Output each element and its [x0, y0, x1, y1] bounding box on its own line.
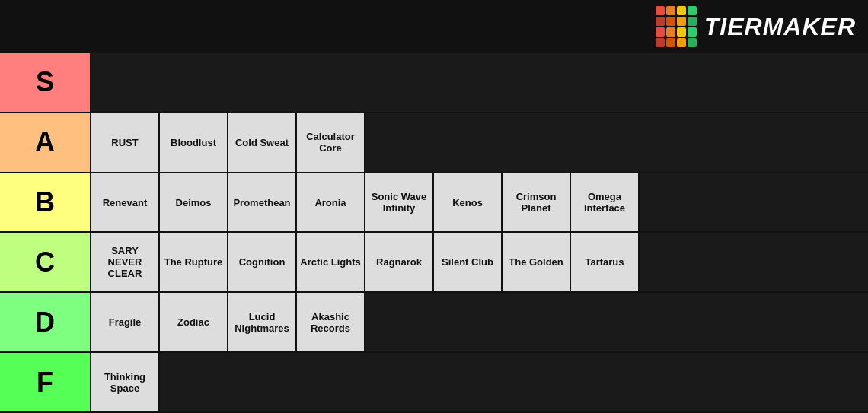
tier-label-s: S [0, 53, 91, 112]
logo-cell [656, 6, 665, 15]
logo-cell [666, 17, 675, 26]
logo-cell [677, 38, 686, 47]
tier-item[interactable]: Silent Club [434, 233, 503, 291]
tier-item[interactable]: Fragile [91, 293, 160, 351]
tier-row-c: CSARY NEVER CLEARThe RuptureCognitionArc… [0, 233, 868, 293]
logo-cell [666, 27, 675, 37]
tier-item[interactable]: Tartarus [571, 233, 640, 291]
tier-label-f: F [0, 353, 91, 411]
logo-cell [688, 6, 697, 15]
tier-item[interactable]: Deimos [160, 173, 228, 232]
tier-row-a: ARUSTBloodlustCold SweatCalculator Core [0, 113, 868, 173]
logo-grid [656, 6, 697, 47]
tier-item[interactable]: Thinking Space [91, 353, 160, 411]
logo-cell [688, 38, 697, 47]
tier-empty-f [160, 353, 868, 411]
tier-row-d: DFragileZodiacLucid NightmaresAkashic Re… [0, 293, 868, 353]
tier-item[interactable]: The Rupture [160, 233, 228, 291]
tier-row-s: S [0, 53, 868, 113]
logo-cell [656, 38, 665, 47]
tier-item[interactable]: The Golden [503, 233, 571, 291]
tier-items-c: SARY NEVER CLEARThe RuptureCognitionArct… [91, 233, 868, 291]
tier-label-a: A [0, 113, 91, 172]
app-container: TiERMAKER SARUSTBloodlustCold SweatCalcu… [0, 0, 868, 413]
tier-empty-c [640, 233, 868, 291]
logo-cell [666, 38, 675, 47]
tier-item[interactable]: Cold Sweat [228, 113, 297, 172]
logo-cell [677, 27, 686, 37]
logo-cell [688, 17, 697, 26]
logo-cell [688, 27, 697, 37]
tier-row-b: BRenevantDeimosPrometheanAroniaSonic Wav… [0, 173, 868, 234]
logo: TiERMAKER [656, 6, 856, 47]
logo-text: TiERMAKER [704, 13, 856, 41]
tier-row-f: FThinking Space [0, 353, 868, 413]
logo-cell [666, 6, 675, 15]
tier-item[interactable]: Zodiac [160, 293, 228, 351]
tier-items-s [91, 53, 868, 112]
tier-item[interactable]: Aronia [297, 173, 365, 232]
tier-label-c: C [0, 233, 91, 291]
tier-item[interactable]: Crimson Planet [503, 173, 571, 232]
tier-item[interactable]: Cognition [228, 233, 297, 291]
tier-items-f: Thinking Space [91, 353, 868, 411]
tier-item[interactable]: Lucid Nightmares [228, 293, 297, 351]
logo-cell [656, 17, 665, 26]
tier-empty-d [365, 293, 868, 351]
tier-label-b: B [0, 173, 91, 232]
logo-cell [677, 6, 686, 15]
tier-item[interactable]: Arctic Lights [297, 233, 365, 291]
logo-cell [656, 27, 665, 37]
tier-item[interactable]: SARY NEVER CLEAR [91, 233, 160, 291]
tier-item[interactable]: Sonic Wave Infinity [365, 173, 434, 232]
tier-item[interactable]: Kenos [434, 173, 503, 232]
tier-item[interactable]: Calculator Core [297, 113, 365, 172]
tier-empty-a [365, 113, 868, 172]
tier-items-d: FragileZodiacLucid NightmaresAkashic Rec… [91, 293, 868, 351]
tier-items-a: RUSTBloodlustCold SweatCalculator Core [91, 113, 868, 172]
tier-item[interactable]: Renevant [91, 173, 160, 232]
tier-item[interactable]: Bloodlust [160, 113, 228, 172]
header: TiERMAKER [0, 0, 868, 53]
tier-empty-b [640, 173, 868, 232]
tier-item[interactable]: Akashic Records [297, 293, 365, 351]
logo-cell [677, 17, 686, 26]
tier-label-d: D [0, 293, 91, 351]
tier-item[interactable]: Ragnarok [365, 233, 434, 291]
tier-empty-s [91, 53, 868, 112]
tier-table: SARUSTBloodlustCold SweatCalculator Core… [0, 53, 868, 413]
tier-item[interactable]: Omega Interface [571, 173, 640, 232]
tier-items-b: RenevantDeimosPrometheanAroniaSonic Wave… [91, 173, 868, 232]
tier-item[interactable]: Promethean [228, 173, 297, 232]
tier-item[interactable]: RUST [91, 113, 160, 172]
